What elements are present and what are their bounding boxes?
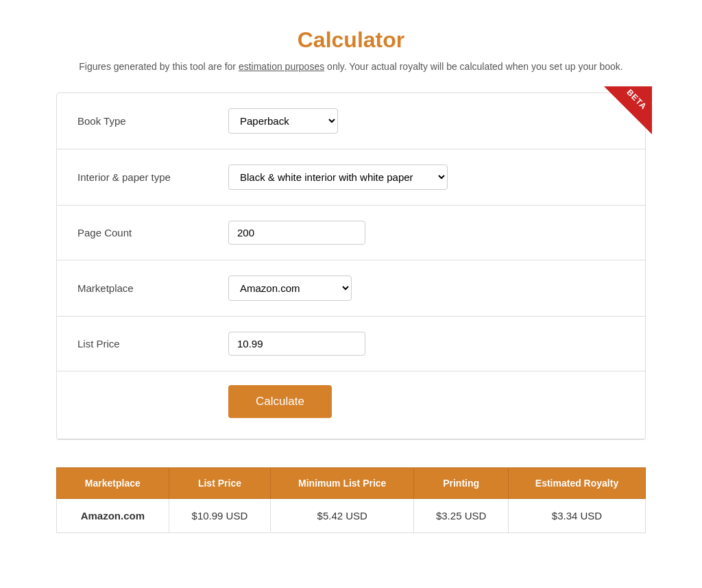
page-wrapper: Calculator Figures generated by this too… — [43, 0, 659, 561]
results-table: Marketplace List Price Minimum List Pric… — [56, 467, 646, 533]
form-container: BETA Book Type Paperback Hardcover Inter… — [56, 93, 646, 440]
col-header-marketplace: Marketplace — [57, 468, 169, 499]
interior-select[interactable]: Black & white interior with white paper … — [228, 164, 448, 190]
marketplace-label: Marketplace — [77, 282, 228, 294]
page-count-label: Page Count — [77, 227, 228, 238]
marketplace-row: Marketplace Amazon.com Amazon.co.uk Amaz… — [57, 260, 645, 317]
page-count-row: Page Count — [57, 206, 645, 260]
marketplace-control: Amazon.com Amazon.co.uk Amazon.de Amazon… — [228, 275, 625, 301]
result-estimated-royalty: $3.34 USD — [509, 499, 646, 533]
page-title: Calculator — [56, 27, 646, 53]
subtitle-start: Figures generated by this tool are for — [79, 61, 239, 72]
book-type-control: Paperback Hardcover — [228, 108, 625, 134]
book-type-select[interactable]: Paperback Hardcover — [228, 108, 338, 134]
list-price-label: List Price — [77, 338, 228, 350]
interior-label: Interior & paper type — [77, 171, 228, 183]
list-price-control — [228, 332, 625, 356]
marketplace-select[interactable]: Amazon.com Amazon.co.uk Amazon.de Amazon… — [228, 275, 352, 301]
table-header-row: Marketplace List Price Minimum List Pric… — [57, 468, 646, 499]
page-count-input[interactable] — [228, 221, 365, 245]
col-header-list-price: List Price — [169, 468, 271, 499]
results-section: Marketplace List Price Minimum List Pric… — [56, 467, 646, 533]
page-count-control — [228, 221, 625, 245]
book-type-label: Book Type — [77, 115, 228, 127]
calculate-button[interactable]: Calculate — [228, 385, 332, 418]
calculate-btn-row: Calculate — [57, 371, 645, 439]
subtitle: Figures generated by this tool are for e… — [56, 61, 646, 72]
result-list-price: $10.99 USD — [169, 499, 271, 533]
result-min-list-price: $5.42 USD — [271, 499, 414, 533]
list-price-row: List Price — [57, 317, 645, 371]
col-header-min-list-price: Minimum List Price — [271, 468, 414, 499]
table-row: Amazon.com $10.99 USD $5.42 USD $3.25 US… — [57, 499, 646, 533]
interior-control: Black & white interior with white paper … — [228, 164, 625, 190]
col-header-printing: Printing — [414, 468, 509, 499]
list-price-input[interactable] — [228, 332, 365, 356]
subtitle-end: only. Your actual royalty will be calcul… — [324, 61, 623, 72]
estimation-purposes-link[interactable]: estimation purposes — [239, 61, 324, 72]
result-marketplace: Amazon.com — [57, 499, 169, 533]
book-type-row: Book Type Paperback Hardcover — [57, 93, 645, 149]
col-header-estimated-royalty: Estimated Royalty — [509, 468, 646, 499]
interior-row: Interior & paper type Black & white inte… — [57, 149, 645, 206]
result-printing: $3.25 USD — [414, 499, 509, 533]
